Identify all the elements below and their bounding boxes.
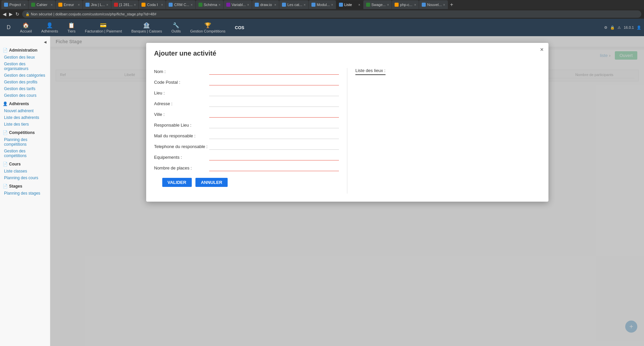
main-area: Fiche Stage liste › Ouvert + Ref xyxy=(50,36,644,346)
tab-icon xyxy=(31,3,35,7)
banques-icon: 🏦 xyxy=(143,22,150,28)
nav-banques[interactable]: 🏦 Banques | Caisses xyxy=(127,21,166,34)
settings-icon[interactable]: ⚙ xyxy=(604,25,607,30)
sidebar-item-liste-classes[interactable]: Liste classes xyxy=(0,168,50,175)
sidebar-item-gestion-profils[interactable]: Gestion des profils xyxy=(0,79,50,85)
label-equipements: Equipements : xyxy=(154,155,208,160)
gestion-competitions-icon: 🏆 xyxy=(204,22,211,28)
nav-gestion-competitions[interactable]: 🏆 Gestion Compétitions xyxy=(186,21,229,34)
tab-close[interactable]: × xyxy=(274,3,276,7)
tab-close[interactable]: × xyxy=(304,3,306,7)
nav-cos[interactable]: COS xyxy=(231,24,248,31)
tab-modul[interactable]: Modul... × xyxy=(309,0,336,9)
input-responsable-lieu[interactable] xyxy=(209,122,339,128)
tab-close[interactable]: × xyxy=(443,3,445,7)
sidebar-item-gestion-organisateurs[interactable]: Gestion des organisateurs xyxy=(0,61,50,72)
sidebar-item-liste-adherents[interactable]: Liste des adhérents xyxy=(0,114,50,121)
tab-close[interactable]: × xyxy=(414,3,416,7)
sidebar-item-nouvel-adherent[interactable]: Nouvel adhérent xyxy=(0,108,50,114)
reload-button[interactable]: ↻ xyxy=(15,11,19,17)
input-adresse[interactable] xyxy=(209,100,339,107)
tab-variable[interactable]: Variabl... × xyxy=(224,0,252,9)
validate-button[interactable]: VALIDER xyxy=(162,178,192,187)
tab-coda[interactable]: Coda I × xyxy=(139,0,166,9)
tab-nouvel[interactable]: Nouvel... × xyxy=(419,0,448,9)
sidebar-toggle[interactable]: ◄ xyxy=(0,39,50,45)
back-button[interactable]: ◀ xyxy=(3,11,6,17)
nav-facturation[interactable]: 💳 Facturation | Paiement xyxy=(81,21,126,34)
forward-button[interactable]: ▶ xyxy=(9,11,13,17)
tab-crm[interactable]: CRM C... × xyxy=(166,0,195,9)
tab-close[interactable]: × xyxy=(134,3,136,7)
tab-add-button[interactable]: + xyxy=(448,2,455,8)
sidebar-section-stages: 📄 Stages xyxy=(0,181,50,190)
sidebar-item-gestion-categories[interactable]: Gestion des catégories xyxy=(0,72,50,79)
tab-close[interactable]: × xyxy=(191,3,193,7)
input-ville[interactable] xyxy=(209,111,339,118)
adherents-icon: 👤 xyxy=(46,22,53,28)
tab-liste[interactable]: Liste × xyxy=(336,0,363,9)
sidebar-item-liste-tiers[interactable]: Liste des tiers xyxy=(0,121,50,128)
input-telephone[interactable] xyxy=(209,143,339,150)
tab-close[interactable]: × xyxy=(247,3,249,7)
nav-adherents[interactable]: 👤 Adhérents xyxy=(37,21,62,34)
modal-close-button[interactable]: × xyxy=(540,46,544,53)
sidebar-item-planning-cours[interactable]: Planning des cours xyxy=(0,175,50,181)
stages-section-icon: 📄 xyxy=(3,184,8,189)
tab-close[interactable]: × xyxy=(219,3,221,7)
tab-bar: Project × Cahier × Erreur × Jira | L... … xyxy=(0,0,644,9)
nav-right: ⚙ 🔒 ⚠ 16.0.1 👤 xyxy=(604,25,641,30)
tab-icon xyxy=(85,3,90,7)
tab-close[interactable]: × xyxy=(358,3,360,7)
input-mail[interactable] xyxy=(209,132,339,139)
label-code-postal: Code Postal : xyxy=(154,80,208,85)
sidebar-item-gestion-lieux[interactable]: Gestion des lieux xyxy=(0,54,50,61)
tab-project[interactable]: Project × xyxy=(1,0,28,9)
nav-accueil-label: Accueil xyxy=(20,29,32,33)
input-equipements[interactable] xyxy=(209,154,339,160)
tab-jira[interactable]: Jira | L... × xyxy=(83,0,111,9)
label-ville: Ville : xyxy=(154,112,208,117)
tab-icon xyxy=(169,3,173,7)
outils-icon: 🔧 xyxy=(173,22,179,28)
nav-tiers[interactable]: 📋 Tiers xyxy=(63,21,79,34)
tab-close[interactable]: × xyxy=(78,3,80,7)
tab-close[interactable]: × xyxy=(387,3,389,7)
tab-close[interactable]: × xyxy=(51,3,53,7)
alert-icon[interactable]: ⚠ xyxy=(618,25,621,30)
tab-close[interactable]: × xyxy=(161,3,163,7)
cos-label: COS xyxy=(235,25,244,30)
nav-accueil[interactable]: 🏠 Accueil xyxy=(16,21,36,34)
tab-swage[interactable]: Swage... × xyxy=(363,0,392,9)
modal-right-panel: Liste des lieux : xyxy=(347,68,540,194)
input-nom[interactable] xyxy=(209,68,339,75)
tab-php[interactable]: php-c... × xyxy=(392,0,419,9)
tab-schema[interactable]: Schéma × xyxy=(196,0,223,9)
tab-close[interactable]: × xyxy=(106,3,108,7)
sidebar-section-cours: 📄 Cours xyxy=(0,159,50,168)
sidebar-item-gestion-competitions[interactable]: Gestion des compétitions xyxy=(0,148,50,159)
sidebar-item-gestion-cours[interactable]: Gestion des cours xyxy=(0,92,50,99)
sidebar-item-planning-competitions[interactable]: Planning des compétitions xyxy=(0,136,50,148)
tab-close[interactable]: × xyxy=(23,3,25,7)
sidebar-item-gestion-tarifs[interactable]: Gestion des tarifs xyxy=(0,85,50,92)
tab-1281[interactable]: [1 281... × xyxy=(111,0,139,9)
nav-logo[interactable]: D xyxy=(3,23,15,32)
input-code-postal[interactable] xyxy=(209,79,339,85)
tab-erreur[interactable]: Erreur × xyxy=(56,0,82,9)
nav-outils[interactable]: 🔧 Outils xyxy=(167,21,185,34)
browser-chrome: Project × Cahier × Erreur × Jira | L... … xyxy=(0,0,644,19)
url-bar[interactable]: 🔒 Non sécurisé | dolibarr.cosjudo.com/cu… xyxy=(22,10,641,18)
tab-cahier[interactable]: Cahier × xyxy=(28,0,55,9)
cancel-button[interactable]: ANNULER xyxy=(195,178,228,187)
tab-close[interactable]: × xyxy=(331,3,333,7)
tab-drawio[interactable]: draw.io × xyxy=(252,0,279,9)
tab-les-cat[interactable]: Les cat... × xyxy=(279,0,308,9)
sidebar-section-competitions: 📄 Compétitions xyxy=(0,128,50,136)
tab-icon xyxy=(366,3,370,7)
input-nombre-places[interactable] xyxy=(209,164,339,171)
user-avatar[interactable]: 👤 xyxy=(637,25,641,30)
input-lieu[interactable] xyxy=(209,89,339,96)
label-mail: Mail du responsable : xyxy=(154,133,208,138)
sidebar-item-planning-stages[interactable]: Planning des stages xyxy=(0,190,50,197)
